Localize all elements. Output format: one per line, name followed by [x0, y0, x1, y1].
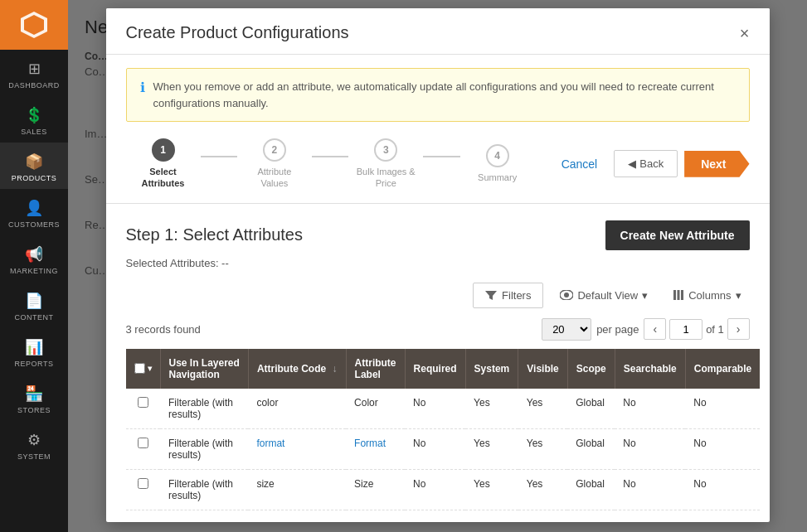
step-line-2: [312, 156, 348, 157]
content-icon: 📄: [25, 292, 43, 310]
attribute-code-cell[interactable]: format: [248, 428, 346, 469]
sidebar-item-label: DASHBOARD: [8, 81, 60, 89]
sidebar-item-label: PRODUCTS: [12, 174, 57, 182]
th-attribute-code[interactable]: Attribute Code ↓: [248, 349, 346, 389]
required-cell: No: [405, 469, 465, 510]
step-2-label: AttributeValues: [257, 166, 291, 190]
modal-body: Step 1: Select Attributes Create New Att…: [106, 204, 770, 522]
view-dropdown-icon: ▾: [642, 289, 648, 302]
sidebar-item-customers[interactable]: 👤 CUSTOMERS: [0, 189, 68, 235]
row-checkbox[interactable]: [138, 438, 148, 448]
sales-icon: 💲: [25, 106, 43, 124]
attribute-label-cell[interactable]: Format: [346, 428, 405, 469]
per-page-dropdown[interactable]: 20 50 100: [542, 318, 591, 341]
step-2-circle: 2: [263, 138, 286, 162]
main-area: New… Co… Co… Im… Se… Re… Cu… Co… Co…ne…c…: [68, 0, 807, 532]
svg-point-2: [564, 293, 569, 297]
filter-icon: [485, 289, 497, 301]
scope-cell: Global: [567, 469, 615, 510]
sidebar-item-stores[interactable]: 🏪 STORES: [0, 375, 68, 421]
row-checkbox-cell: [126, 389, 161, 429]
steps-track: 1 SelectAttributes 2 AttributeValues 3 B…: [126, 138, 535, 190]
sidebar: ⊞ DASHBOARD 💲 SALES 📦 PRODUCTS 👤 CUSTOME…: [0, 0, 68, 532]
row-checkbox[interactable]: [138, 478, 148, 489]
svg-rect-4: [678, 290, 680, 300]
th-attribute-label: AttributeLabel: [346, 349, 405, 389]
modal-header: Create Product Configurations ×: [106, 8, 770, 55]
sidebar-item-content[interactable]: 📄 CONTENT: [0, 282, 68, 328]
visible-cell: Yes: [518, 389, 567, 429]
system-cell: Yes: [465, 389, 518, 429]
use-in-layered-cell: Filterable (with results): [160, 389, 248, 429]
sidebar-item-system[interactable]: ⚙ SYSTEM: [0, 421, 68, 467]
step-heading-row: Step 1: Select Attributes Create New Att…: [126, 220, 750, 250]
comparable-cell: No: [685, 428, 760, 469]
scope-cell: Global: [567, 428, 615, 469]
step-4-circle: 4: [486, 144, 509, 167]
table-row: Filterable (with results)formatFormatNoY…: [126, 428, 761, 469]
comparable-cell: No: [685, 469, 760, 510]
step-line-3: [423, 156, 459, 157]
per-page-label: per page: [596, 323, 639, 336]
next-button[interactable]: Next: [684, 151, 749, 177]
row-checkbox[interactable]: [138, 397, 148, 408]
sidebar-item-label: CUSTOMERS: [8, 220, 60, 229]
step-line-1: [201, 156, 237, 157]
selected-attributes-label: Selected Attributes: --: [126, 257, 750, 269]
stores-icon: 🏪: [25, 384, 43, 403]
columns-button[interactable]: Columns ▾: [664, 283, 749, 307]
checkbox-dropdown-arrow[interactable]: ▾: [148, 364, 152, 373]
attribute-label-cell: Size: [346, 469, 405, 510]
sidebar-item-sales[interactable]: 💲 SALES: [0, 96, 68, 143]
searchable-cell: No: [615, 389, 685, 429]
searchable-cell: No: [615, 428, 685, 469]
back-button[interactable]: ◀ Back: [614, 150, 678, 177]
sidebar-item-dashboard[interactable]: ⊞ DASHBOARD: [0, 50, 68, 96]
select-all-checkbox[interactable]: [134, 363, 145, 374]
sidebar-item-label: REPORTS: [15, 360, 54, 368]
next-page-button[interactable]: ›: [727, 318, 750, 340]
sidebar-item-reports[interactable]: 📊 REPORTS: [0, 328, 68, 375]
customers-icon: 👤: [25, 199, 43, 217]
dashboard-icon: ⊞: [28, 60, 41, 78]
visible-cell: Yes: [518, 469, 567, 510]
reports-icon: 📊: [25, 338, 43, 356]
searchable-cell: No: [615, 469, 685, 510]
filters-button[interactable]: Filters: [473, 283, 543, 308]
comparable-cell: No: [685, 389, 760, 429]
marketing-icon: 📢: [25, 245, 43, 264]
table-toolbar: Filters Default View ▾: [126, 283, 750, 308]
page-nav: ‹ 1 of 1 ›: [644, 318, 749, 340]
table-row: Filterable (with results)sizeSizeNoYesYe…: [126, 469, 761, 510]
columns-icon: [673, 289, 684, 301]
columns-dropdown-icon: ▾: [736, 289, 741, 302]
prev-page-button[interactable]: ‹: [644, 318, 666, 340]
modal-dialog: Create Product Configurations × ℹ When y…: [106, 8, 770, 522]
pagination-controls: 20 50 100 per page ‹ 1 of 1 ›: [542, 318, 749, 341]
sidebar-item-marketing[interactable]: 📢 MARKETING: [0, 235, 68, 282]
step-3-label: Bulk Images &Price: [357, 166, 416, 190]
products-icon: 📦: [25, 152, 43, 171]
modal-close-button[interactable]: ×: [740, 25, 750, 41]
th-searchable: Searchable: [615, 349, 685, 389]
create-new-attribute-button[interactable]: Create New Attribute: [605, 220, 750, 250]
table-row: Filterable (with results)colorColorNoYes…: [126, 389, 761, 429]
attribute-code-cell: size: [248, 469, 346, 510]
modal-title: Create Product Configurations: [126, 23, 349, 42]
required-cell: No: [405, 428, 465, 469]
table-header-row: ▾ Use In LayeredNavigation Attribute Cod…: [126, 349, 761, 389]
row-checkbox-cell: [126, 469, 161, 510]
per-page-select: 20 50 100 per page: [542, 318, 639, 341]
sidebar-logo: [0, 0, 68, 50]
step-attribute-values: 2 AttributeValues: [237, 138, 312, 190]
sort-icon: ↓: [333, 363, 338, 375]
cancel-button[interactable]: Cancel: [552, 152, 608, 176]
default-view-button[interactable]: Default View ▾: [552, 283, 656, 307]
records-row: 3 records found 20 50 100 per page ‹: [126, 318, 750, 341]
step-select-attributes: 1 SelectAttributes: [126, 138, 201, 190]
back-arrow-icon: ◀: [628, 157, 636, 170]
system-icon: ⚙: [27, 431, 41, 449]
step-1-label: SelectAttributes: [142, 166, 185, 190]
sidebar-item-products[interactable]: 📦 PRODUCTS: [0, 143, 68, 189]
svg-rect-3: [673, 290, 676, 300]
